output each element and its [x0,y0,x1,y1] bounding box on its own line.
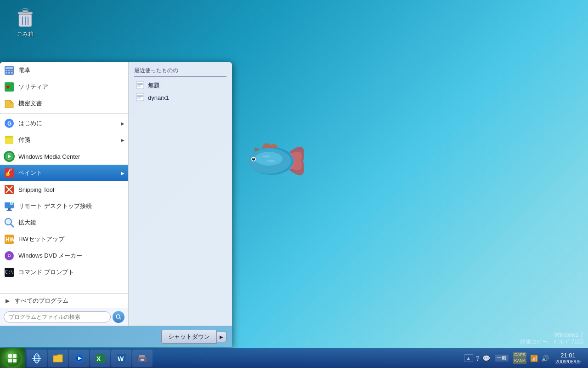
menu-item-label-dvd: Windows DVD メーカー [18,252,124,260]
kana-label: KANA [513,358,526,364]
menu-item-hajimeni[interactable]: G はじめに ▶ [0,115,128,132]
menu-item-label-remote: リモート デスクトップ接続 [18,202,124,210]
svg-rect-19 [8,72,10,74]
menu-item-icon-hwsetup: HW [4,234,15,245]
svg-rect-61 [13,354,17,358]
svg-text:X: X [96,355,101,362]
recent-item-label-0: 無題 [148,81,160,90]
search-input[interactable] [4,311,111,322]
all-programs-arrow-icon: ▶ [4,297,11,305]
start-menu-body: 電卓 ♥ ソリティア 機密文書 [0,62,232,326]
menu-item-icon-remote [4,201,15,212]
menu-item-sticky[interactable]: 付箋 ▶ [0,132,128,148]
svg-text:♥: ♥ [6,83,10,91]
svg-rect-77 [139,355,145,357]
menu-item-label-sticky: 付箋 [18,136,121,144]
all-programs-label: すべてのプログラム [15,297,68,305]
shutdown-arrow-button[interactable]: ▶ [217,332,226,342]
menu-item-icon-documents [4,98,15,109]
tray-icon-volume[interactable]: 🔊 [540,354,550,363]
recent-section-header: 最近使ったものの [134,67,226,77]
system-tray: ▲ ? 💬 一般 CAPS KANA 📶 🔊 21:01 [460,351,588,365]
menu-item-arrow-sticky: ▶ [121,138,124,143]
start-button[interactable] [0,348,25,368]
shutdown-bar: シャットダウン ▶ [0,326,232,347]
svg-point-50 [116,315,120,318]
menu-item-label-wmc: Windows Media Center [18,153,124,160]
svg-rect-14 [6,67,13,69]
desktop: ごみ箱 電卓 ♥ [0,0,588,368]
recent-item-0[interactable]: 無題 [134,80,226,92]
svg-rect-60 [8,354,12,358]
taskbar-explorer[interactable] [48,350,68,367]
fish-decoration [230,115,312,207]
all-programs-item[interactable]: ▶ すべてのプログラム [0,293,128,308]
svg-rect-26 [5,136,13,138]
svg-marker-28 [8,155,11,158]
recycle-bin[interactable]: ごみ箱 [9,5,41,40]
menu-item-documents[interactable]: 機密文書 [0,95,128,112]
tray-icon-msg[interactable]: 💬 [481,354,491,363]
search-button[interactable] [113,311,124,323]
menu-item-dvd[interactable]: Windows DVD メーカー [0,247,128,264]
taskbar-items: X W [25,350,460,367]
start-orb [4,350,21,367]
recent-item-1[interactable]: dynarx1 [134,92,226,104]
recycle-bin-label: ごみ箱 [17,30,34,38]
taskbar: X W ▲ ? 💬 一般 [0,348,588,368]
svg-line-41 [11,224,13,227]
menu-item-remote[interactable]: リモート デスクトップ接続 [0,198,128,214]
menu-item-cmd[interactable]: C:\> コマンド プロンプト [0,264,128,281]
shutdown-button[interactable]: シャットダウン [161,330,217,344]
clock-area[interactable]: 21:01 2009/06/09 [552,351,584,365]
svg-text:W: W [118,355,124,362]
menu-item-label-paint: ペイント [18,169,121,177]
menu-item-dentaku[interactable]: 電卓 [0,62,128,79]
menu-item-label-snipping: Snipping Tool [18,186,124,193]
menu-item-icon-magnifier [4,217,15,228]
taskbar-media[interactable] [69,350,89,367]
tray-icons: ? 💬 [475,354,492,363]
taskbar-excel[interactable]: X [90,350,110,367]
svg-rect-56 [136,93,144,101]
search-icon [116,314,121,320]
svg-rect-17 [11,70,13,71]
svg-text:G: G [7,121,11,127]
menu-item-icon-dvd [4,250,15,261]
tray-icon-network[interactable]: 📶 [529,354,539,363]
menu-item-snipping[interactable]: Snipping Tool [0,181,128,198]
menu-item-label-hajimeni: はじめに [18,119,121,127]
tray-expand-button[interactable]: ▲ [464,354,473,362]
ime-general-button[interactable]: 一般 [495,355,509,362]
svg-point-6 [253,158,254,159]
svg-rect-38 [6,210,12,211]
menu-item-label-magnifier: 拡大鏡 [18,218,124,227]
svg-rect-15 [6,70,7,71]
right-panel: 最近使ったものの 無題 dynarx1 [129,62,232,326]
menu-item-solitaire[interactable]: ♥ ソリティア [0,79,128,95]
menu-item-magnifier[interactable]: 拡大鏡 [0,214,128,231]
taskbar-ie[interactable] [27,350,47,367]
tray-icon-help[interactable]: ? [475,354,481,363]
menu-item-label-solitaire: ソリティア [18,83,124,91]
svg-line-51 [119,318,121,319]
svg-text:C:\>: C:\> [5,270,14,275]
menu-item-label-documents: 機密文書 [18,99,124,108]
caps-kana-indicator: CAPS KANA [513,352,526,363]
svg-rect-20 [11,72,13,74]
svg-text:HW: HW [6,236,14,243]
recent-item-icon-0 [136,81,145,90]
taskbar-word[interactable]: W [111,350,131,367]
clock-time: 21:01 [560,352,576,359]
taskbar-fax[interactable] [132,350,153,367]
menu-item-paint[interactable]: ペイント ▶ [0,165,128,181]
recent-item-icon-1 [136,93,145,102]
win7-text-line2: 評価コピー。ビルド 7100 [520,338,583,346]
menu-items-list: 電卓 ♥ ソリティア 機密文書 [0,62,128,293]
menu-item-icon-solitaire: ♥ [4,81,15,92]
win7-watermark: Windows 7 評価コピー。ビルド 7100 [520,331,583,346]
svg-point-3 [255,152,283,166]
menu-item-wmc[interactable]: Windows Media Center [0,148,128,165]
svg-point-5 [252,158,255,161]
menu-item-hwsetup[interactable]: HW HWセットアップ [0,231,128,247]
